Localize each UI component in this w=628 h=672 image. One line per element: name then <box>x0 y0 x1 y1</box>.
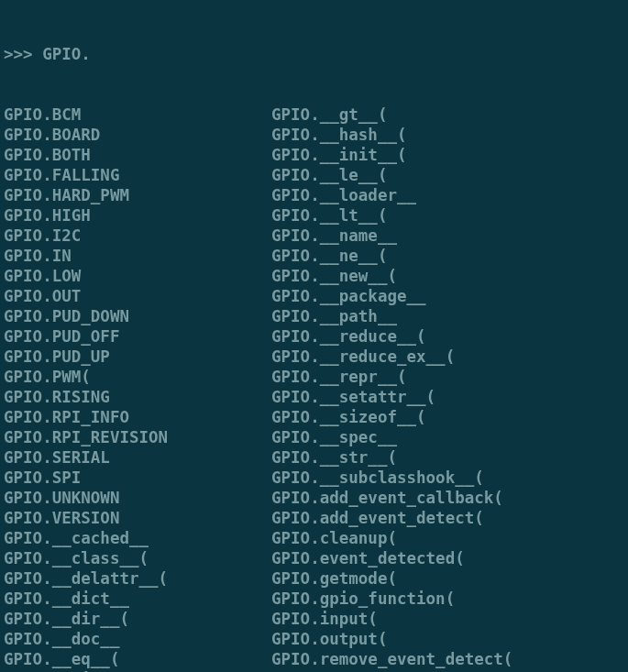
completion-column-2: GPIO.__gt__(GPIO.__hash__(GPIO.__init__(… <box>271 105 624 672</box>
completion-item: GPIO.__hash__( <box>271 125 624 145</box>
completion-item: GPIO.LOW <box>4 266 271 286</box>
completion-item: GPIO.__dir__( <box>4 609 271 629</box>
completion-item: GPIO.FALLING <box>4 165 271 185</box>
completion-item: GPIO.__new__( <box>271 266 624 286</box>
completion-item: GPIO.__reduce__( <box>271 326 624 347</box>
completion-item: GPIO.__doc__ <box>4 629 271 649</box>
completion-item: GPIO.add_event_callback( <box>271 488 624 508</box>
terminal[interactable]: >>> GPIO. GPIO.BCMGPIO.BOARDGPIO.BOTHGPI… <box>0 0 628 672</box>
completion-item: GPIO.__init__( <box>271 145 624 165</box>
completion-item: GPIO.RISING <box>4 387 271 407</box>
completion-item: GPIO.__le__( <box>271 165 624 185</box>
completion-item: GPIO.PUD_DOWN <box>4 306 271 326</box>
completion-item: GPIO.getmode( <box>271 568 624 589</box>
completion-item: GPIO.__delattr__( <box>4 568 271 589</box>
completion-item: GPIO.UNKNOWN <box>4 488 271 508</box>
completion-item: GPIO.__spec__ <box>271 427 624 447</box>
completion-item: GPIO.gpio_function( <box>271 589 624 609</box>
completion-item: GPIO.BCM <box>4 105 271 125</box>
completion-item: GPIO.remove_event_detect( <box>271 649 624 669</box>
completion-item: GPIO.RPI_INFO <box>4 407 271 427</box>
completion-item: GPIO.__class__( <box>4 548 271 568</box>
completion-item: GPIO.__ne__( <box>271 246 624 266</box>
completion-item: GPIO.__reduce_ex__( <box>271 347 624 367</box>
completion-item: GPIO.__str__( <box>271 447 624 468</box>
completion-column-1: GPIO.BCMGPIO.BOARDGPIO.BOTHGPIO.FALLINGG… <box>4 105 271 672</box>
completion-item: GPIO.SERIAL <box>4 447 271 468</box>
completion-item: GPIO.I2C <box>4 226 271 246</box>
completion-item: GPIO.__lt__( <box>271 205 624 226</box>
completion-item: GPIO.__path__ <box>271 306 624 326</box>
completion-item: GPIO.SPI <box>4 468 271 488</box>
completion-item: GPIO.output( <box>271 629 624 649</box>
completion-item: GPIO.__setattr__( <box>271 387 624 407</box>
completion-item: GPIO.PUD_UP <box>4 347 271 367</box>
completion-item: GPIO.PUD_OFF <box>4 326 271 347</box>
completion-item: GPIO.HARD_PWM <box>4 185 271 205</box>
completion-item: GPIO.event_detected( <box>271 548 624 568</box>
completion-item: GPIO.BOARD <box>4 125 271 145</box>
completion-item: GPIO.HIGH <box>4 205 271 226</box>
completion-item: GPIO.__name__ <box>271 226 624 246</box>
completion-item: GPIO.__loader__ <box>271 185 624 205</box>
completion-item: GPIO.__eq__( <box>4 649 271 669</box>
completion-item: GPIO.PWM( <box>4 367 271 387</box>
prompt-text: >>> GPIO. <box>4 45 91 63</box>
completion-item: GPIO.add_event_detect( <box>271 508 624 528</box>
completion-item: GPIO.input( <box>271 609 624 629</box>
completion-item: GPIO.__repr__( <box>271 367 624 387</box>
completion-item: GPIO.OUT <box>4 286 271 306</box>
prompt-line: >>> GPIO. <box>4 44 624 64</box>
completion-item: GPIO.BOTH <box>4 145 271 165</box>
completion-item: GPIO.__dict__ <box>4 589 271 609</box>
completion-item: GPIO.IN <box>4 246 271 266</box>
completion-item: GPIO.__subclasshook__( <box>271 468 624 488</box>
completion-item: GPIO.RPI_REVISION <box>4 427 271 447</box>
completion-item: GPIO.__gt__( <box>271 105 624 125</box>
completion-item: GPIO.__package__ <box>271 286 624 306</box>
completion-item: GPIO.cleanup( <box>271 528 624 548</box>
completion-item: GPIO.__cached__ <box>4 528 271 548</box>
completion-item: GPIO.VERSION <box>4 508 271 528</box>
completion-item: GPIO.__sizeof__( <box>271 407 624 427</box>
completion-columns: GPIO.BCMGPIO.BOARDGPIO.BOTHGPIO.FALLINGG… <box>4 105 624 672</box>
